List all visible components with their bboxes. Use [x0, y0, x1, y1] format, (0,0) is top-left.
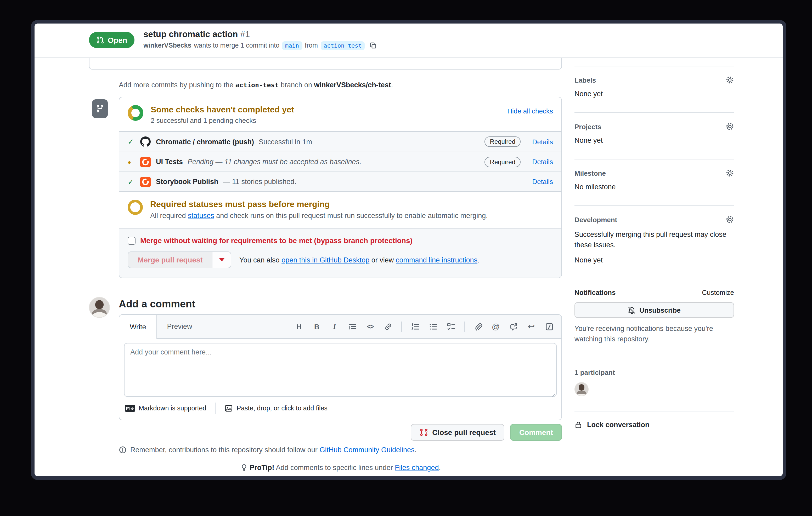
gear-icon[interactable]: [726, 76, 734, 84]
head-branch-chip[interactable]: action-test: [320, 41, 365, 50]
check-details-link[interactable]: Details: [528, 178, 553, 186]
italic-icon[interactable]: I: [330, 322, 339, 331]
bypass-protection-label: Merge without waiting for requirements t…: [140, 236, 412, 245]
markdown-toolbar: H B I <>: [295, 315, 561, 338]
github-desktop-link[interactable]: open this in GitHub Desktop: [282, 256, 369, 264]
heading-icon[interactable]: H: [295, 322, 303, 331]
check-status-text: Pending — 11 changes must be accepted as…: [187, 158, 361, 166]
merge-options-dropdown[interactable]: [212, 251, 232, 268]
github-pr-page: Open setup chromatic action #1 winkerVSb…: [34, 24, 783, 476]
community-guidelines-link[interactable]: GitHub Community Guidelines: [319, 446, 414, 454]
customize-link[interactable]: Customize: [702, 289, 734, 297]
development-body: Successfully merging this pull request m…: [575, 230, 734, 250]
git-branch-icon: [96, 104, 104, 113]
required-statuses-title: Required statuses must pass before mergi…: [150, 200, 488, 209]
check-success-icon: ✓: [128, 178, 140, 186]
notifications-section: Notifications Customize Unsubscribe You'…: [575, 279, 734, 352]
git-pull-request-closed-icon: [419, 428, 428, 436]
labels-value: None yet: [575, 90, 734, 98]
quote-icon[interactable]: [348, 322, 357, 331]
attach-file-icon[interactable]: [473, 322, 483, 331]
avatar[interactable]: [575, 383, 588, 397]
pr-sticky-header: Open setup chromatic action #1 winkerVSb…: [34, 24, 783, 58]
unordered-list-icon[interactable]: [429, 322, 437, 331]
base-branch-chip[interactable]: main: [282, 41, 302, 50]
check-name: Chromatic / chromatic (push): [156, 138, 254, 146]
head-branch-link[interactable]: action-test: [235, 81, 279, 89]
files-changed-link[interactable]: Files changed: [395, 464, 439, 472]
comment-editor: Write Preview H B I <>: [119, 314, 562, 420]
markdown-icon: [125, 405, 135, 412]
divider: [215, 402, 215, 414]
tab-preview[interactable]: Preview: [157, 315, 202, 338]
development-value: None yet: [575, 256, 734, 264]
bypass-protection-row: Merge without waiting for requirements t…: [128, 236, 553, 245]
participants-title: 1 participant: [575, 369, 734, 377]
close-pull-request-button[interactable]: Close pull request: [411, 424, 504, 441]
tab-write[interactable]: Write: [119, 315, 157, 339]
saved-replies-icon[interactable]: ↩: [527, 322, 536, 331]
avatar: [89, 297, 110, 318]
command-line-link[interactable]: command line instructions: [396, 256, 477, 264]
milestone-section: Milestone No milestone: [575, 159, 734, 199]
bold-icon[interactable]: B: [312, 322, 321, 331]
check-status-text: Successful in 1m: [259, 138, 312, 146]
check-pending-icon: ●: [128, 159, 140, 165]
merge-pull-request-button[interactable]: Merge pull request: [128, 251, 213, 268]
comment-editor-tabs: Write Preview H B I <>: [119, 315, 561, 339]
labels-section: Labels None yet: [575, 66, 734, 106]
repo-link[interactable]: winkerVSbecks/ch-test: [314, 81, 391, 89]
divider: [464, 321, 465, 332]
numbered-list-icon[interactable]: [411, 322, 419, 331]
task-list-icon[interactable]: [446, 322, 455, 331]
checks-summary: Some checks haven't completed yet 2 succ…: [119, 97, 561, 131]
pending-ring-icon: [128, 200, 143, 215]
projects-value: None yet: [575, 136, 734, 144]
merge-status-box: Some checks haven't completed yet 2 succ…: [119, 97, 562, 278]
link-icon[interactable]: [383, 322, 393, 331]
timeline-previous-box-clipped: [89, 58, 562, 69]
check-details-link[interactable]: Details: [528, 158, 553, 166]
cross-reference-icon[interactable]: [509, 322, 518, 331]
lock-icon: [575, 421, 582, 429]
git-pull-request-icon: [96, 36, 104, 44]
required-statuses-notice: Required statuses must pass before mergi…: [119, 192, 561, 229]
lock-conversation-button[interactable]: Lock conversation: [575, 421, 734, 429]
development-title: Development: [575, 216, 617, 223]
check-name: UI Tests: [156, 158, 183, 166]
community-guidelines-note: Remember, contributions to this reposito…: [119, 446, 416, 454]
check-status-text: — 11 stories published.: [223, 178, 296, 186]
protip-note: ProTip! Add comments to specific lines u…: [119, 464, 562, 472]
pr-author[interactable]: winkerVSbecks: [143, 42, 191, 49]
lock-conversation-section: Lock conversation: [575, 411, 734, 437]
code-icon[interactable]: <>: [366, 322, 375, 331]
markdown-supported[interactable]: Markdown is supported: [125, 405, 206, 412]
checks-summary-subtitle: 2 successful and 1 pending checks: [151, 117, 294, 124]
copy-branch-icon[interactable]: [370, 42, 377, 49]
pr-state-label: Open: [108, 36, 127, 44]
bypass-protection-checkbox[interactable]: [128, 237, 136, 244]
attach-files-area[interactable]: Paste, drop, or click to add files: [225, 404, 327, 413]
hide-all-checks-link[interactable]: Hide all checks: [507, 107, 553, 115]
gear-icon[interactable]: [726, 122, 734, 131]
slash-commands-icon[interactable]: [545, 322, 554, 331]
comment-button[interactable]: Comment: [511, 424, 562, 441]
merge-timeline-marker: [92, 99, 108, 118]
add-comment-heading: Add a comment: [119, 298, 196, 310]
milestone-title: Milestone: [575, 169, 606, 177]
check-details-link[interactable]: Details: [528, 138, 553, 146]
statuses-link[interactable]: statuses: [188, 212, 214, 219]
pr-state-badge: Open: [89, 32, 135, 48]
gear-icon[interactable]: [726, 215, 734, 224]
unsubscribe-button[interactable]: Unsubscribe: [575, 302, 734, 318]
gear-icon[interactable]: [726, 169, 734, 177]
check-row-chromatic: ✓ Chromatic / chromatic (push) Successfu…: [119, 132, 561, 152]
check-row-ui-tests: ● UI Tests Pending — 11 changes must be …: [119, 152, 561, 172]
github-octocat-icon: [140, 136, 151, 147]
mention-icon[interactable]: @: [491, 322, 500, 331]
page-body: Add more commits by pushing to the actio…: [34, 58, 783, 476]
pr-title-block: setup chromatic action #1 winkerVSbecks …: [143, 29, 377, 50]
pr-number: #1: [240, 29, 250, 39]
comment-textarea[interactable]: [124, 343, 557, 397]
participants-section: 1 participant: [575, 359, 734, 405]
